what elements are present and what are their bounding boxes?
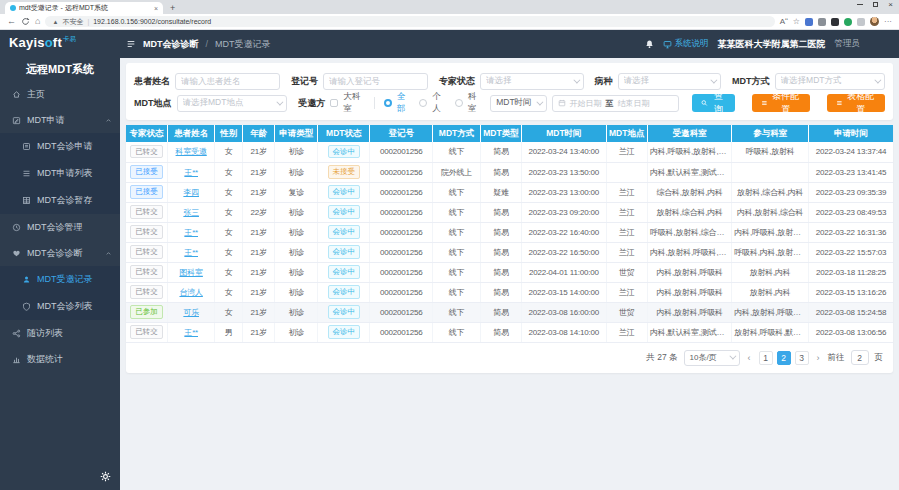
sidebar-item-mdt-consult-draft[interactable]: MDT会诊暂存: [0, 187, 120, 214]
column-header: 参与科室: [732, 125, 809, 142]
sidebar-item-mdt-apply-list[interactable]: MDT申请列表: [0, 160, 120, 187]
cell-gender: 男: [215, 322, 243, 342]
cell-register-no: 0002001256: [370, 242, 433, 262]
big-dept-checkbox[interactable]: [330, 99, 338, 107]
register-no-input[interactable]: [323, 73, 428, 90]
invitee-radio-personal[interactable]: [419, 99, 427, 107]
browser-profile-avatar[interactable]: [870, 17, 879, 26]
search-button[interactable]: 查询: [692, 94, 735, 112]
cell-age: 21岁: [243, 302, 275, 322]
patient-name-link[interactable]: 王**: [184, 228, 198, 237]
sidebar-group-mdt-apply[interactable]: MDT申请: [0, 107, 120, 133]
favorite-star-icon[interactable]: ☆: [793, 17, 800, 26]
date-range-picker[interactable]: 开始日期 至 结束日期: [552, 95, 680, 112]
extension-icon[interactable]: [844, 18, 852, 26]
patient-name-link[interactable]: 可乐: [183, 308, 199, 317]
settings-gear-icon[interactable]: [100, 471, 111, 482]
extension-icon[interactable]: [805, 18, 813, 26]
patient-name-link[interactable]: 李四: [183, 188, 199, 197]
mdt-location-select[interactable]: 请选择MDT地点: [177, 95, 288, 112]
column-header: 登记号: [370, 125, 433, 142]
sidebar-item-statistics[interactable]: 数据统计: [0, 346, 120, 372]
cell-mdt-time: 2022-03-22 16:50:00: [522, 242, 606, 262]
sidebar-item-home[interactable]: 主页: [0, 81, 120, 107]
invitee-radio-dept[interactable]: [455, 99, 463, 107]
disease-select[interactable]: 请选择: [618, 73, 722, 90]
time-type-select[interactable]: MDT时间: [490, 95, 546, 112]
cell-mdt-time: 2022-04-01 11:00:00: [522, 262, 606, 282]
tab-close-icon[interactable]: ×: [154, 5, 158, 12]
reload-icon[interactable]: [21, 17, 30, 26]
patient-name-link[interactable]: 张三: [183, 208, 199, 217]
cell-mdt-time: 2022-03-23 13:00:00: [522, 182, 606, 202]
settings-list-icon: [761, 99, 768, 107]
window-close-icon[interactable]: ×: [888, 2, 893, 7]
expert-status-badge: 已转交: [130, 265, 163, 278]
share-icon: [12, 329, 21, 338]
browser-tab[interactable]: mdt受邀记录 - 远程MDT系统 ×: [5, 2, 163, 14]
cell-invited-depts: 呼吸科,放射科,综合科,内科: [647, 222, 731, 242]
system-help-link[interactable]: 系统说明: [663, 38, 709, 50]
chevron-down-icon: [573, 76, 580, 83]
expert-status-badge: 已转交: [130, 245, 163, 258]
extension-icon[interactable]: [857, 18, 865, 26]
cell-visit-type: 初诊: [275, 162, 318, 182]
edit-icon: [12, 116, 21, 125]
search-icon: [701, 99, 708, 107]
cell-mdt-time: 2022-03-24 13:40:00: [522, 142, 606, 162]
cell-joined-depts: 放射科,内科: [732, 282, 809, 302]
breadcrumb-parent[interactable]: MDT会诊诊断: [143, 38, 199, 51]
extension-icon[interactable]: [818, 18, 826, 26]
cell-mdt-location: 兰江: [606, 202, 647, 222]
cell-visit-type: 初诊: [275, 142, 318, 162]
sidebar-item-mdt-consult-apply[interactable]: MDT会诊申请: [0, 133, 120, 160]
page-button[interactable]: 3: [795, 351, 809, 365]
table-row: 已转交 张三 女 22岁 初诊 会诊中 0002001256 线下 简易 202…: [126, 202, 893, 222]
extension-icon[interactable]: [831, 18, 839, 26]
next-page-icon[interactable]: ›: [815, 353, 822, 363]
sidebar-item-mdt-consult-list[interactable]: MDT会诊列表: [0, 293, 120, 320]
invitee-radio-all[interactable]: [384, 99, 392, 107]
sidebar-group-mdt-diagnosis[interactable]: MDT会诊诊断: [0, 240, 120, 266]
back-icon[interactable]: ←: [7, 17, 16, 26]
page-button[interactable]: 2: [777, 351, 791, 365]
condition-config-button[interactable]: 条件配置: [752, 94, 810, 112]
cell-joined-depts: 放射科,综合科,内科: [732, 182, 809, 202]
sidebar-item-followup-list[interactable]: 随访列表: [0, 320, 120, 346]
mdt-mode-select[interactable]: 请选择MDT方式: [775, 73, 885, 90]
prev-page-icon[interactable]: ‹: [746, 353, 753, 363]
sidebar-item-mdt-manage[interactable]: MDT会诊管理: [0, 214, 120, 240]
browser-menu-icon[interactable]: ···: [884, 17, 892, 26]
page-size-select[interactable]: 10条/页: [684, 350, 740, 366]
notification-bell-icon[interactable]: [645, 39, 654, 49]
patient-name-link[interactable]: 图科室: [179, 268, 202, 277]
expert-status-badge: 已参加: [130, 305, 163, 318]
sidebar-item-mdt-invited-records[interactable]: MDT受邀记录: [0, 266, 120, 293]
patient-name-link[interactable]: 科室受邀: [176, 147, 207, 156]
table-config-button[interactable]: 表格配置: [827, 94, 885, 112]
goto-page-input[interactable]: [851, 350, 869, 365]
patient-name-input[interactable]: [175, 73, 280, 90]
url-field[interactable]: ▲ 不安全 | 192.168.0.156:9002/consultate/re…: [45, 16, 774, 27]
window-maximize-icon[interactable]: [873, 2, 878, 7]
patient-name-link[interactable]: 王**: [184, 168, 198, 177]
new-tab-button[interactable]: +: [170, 3, 175, 14]
goto-label: 前往: [828, 352, 845, 364]
user-avatar[interactable]: [869, 35, 887, 53]
chevron-down-icon: [874, 76, 881, 83]
expert-status-select[interactable]: 请选择: [480, 73, 584, 90]
window-minimize-icon[interactable]: [857, 4, 863, 5]
patient-name-link[interactable]: 王**: [184, 248, 198, 257]
cell-mdt-mode: 线下: [433, 262, 481, 282]
patient-name-link[interactable]: 王**: [184, 328, 198, 337]
form-icon: [22, 142, 31, 151]
reader-mode-icon[interactable]: Aʺ: [780, 17, 788, 26]
cell-mdt-type: 简易: [480, 322, 521, 342]
collapse-menu-icon[interactable]: [126, 39, 136, 49]
page-button[interactable]: 1: [759, 351, 773, 365]
pagination-bar: 共 27 条 10条/页 ‹ 123 › 前往 页: [126, 343, 893, 371]
column-header: MDT地点: [606, 125, 647, 142]
column-header: MDT方式: [433, 125, 481, 142]
home-icon[interactable]: ⌂: [35, 17, 40, 26]
patient-name-link[interactable]: 台湾人: [179, 288, 202, 297]
